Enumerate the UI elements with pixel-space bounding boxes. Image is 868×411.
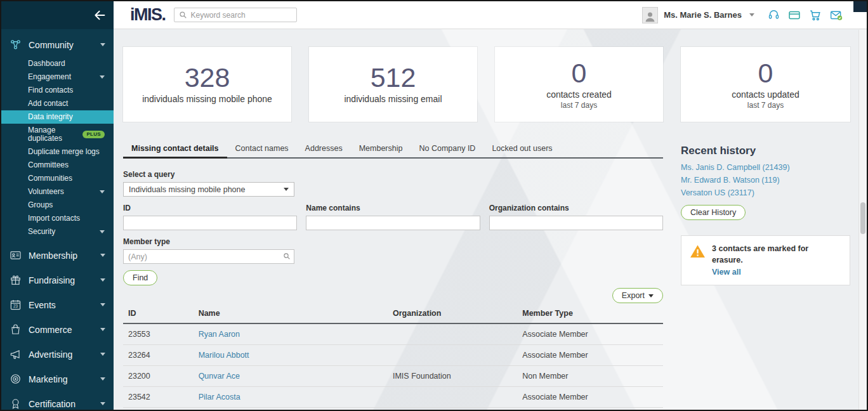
chevron-down-icon xyxy=(648,294,654,297)
stat-cards: 328 individuals missing mobile phone 512… xyxy=(123,47,663,122)
card-icon[interactable] xyxy=(788,9,801,22)
contact-link[interactable]: Marilou Abbott xyxy=(199,351,249,360)
recent-history-title: Recent history xyxy=(681,145,850,157)
sidebar-item-advertising[interactable]: Advertising xyxy=(1,342,114,367)
table-header-row: ID Name Organization Member Type xyxy=(123,304,663,323)
chevron-down-icon xyxy=(284,188,289,191)
sidebar-item-manage-duplicates[interactable]: Manage duplicatesPLUS xyxy=(1,124,114,145)
support-icon[interactable] xyxy=(768,9,780,21)
column-header-name[interactable]: Name xyxy=(194,304,388,323)
cell-organization xyxy=(388,345,517,366)
cell-member-type: Associate Member xyxy=(517,323,663,345)
sidebar-item-import-contacts[interactable]: Import contacts xyxy=(1,212,114,225)
sidebar-item-communities[interactable]: Communities xyxy=(1,172,114,185)
history-link[interactable]: Ms. Janis D. Campbell (21439) xyxy=(681,164,850,172)
column-header-id[interactable]: ID xyxy=(123,304,194,323)
clear-history-button[interactable]: Clear History xyxy=(681,205,746,220)
contact-link[interactable]: Ryan Aaron xyxy=(199,330,240,339)
column-header-member-type[interactable]: Member Type xyxy=(517,304,663,323)
member-type-label: Member type xyxy=(123,237,663,246)
id-input[interactable] xyxy=(123,216,297,230)
sidebar-item-label: Committees xyxy=(28,161,69,169)
chevron-down-icon xyxy=(100,377,105,381)
view-all-link[interactable]: View all xyxy=(712,268,741,277)
erasure-message: 3 contacts are marked for erasure. xyxy=(712,244,841,266)
member-type-field: Member type xyxy=(123,237,663,264)
topbar: iMIS. Ms. Marie S. Barnes xyxy=(114,1,867,29)
member-type-input[interactable] xyxy=(123,249,294,264)
content: 328 individuals missing mobile phone 512… xyxy=(114,29,867,410)
sidebar-item-certification[interactable]: Certification xyxy=(1,391,114,410)
sidebar-item-fundraising[interactable]: Fundraising xyxy=(1,268,114,292)
stat-card-contacts-created: 0 contacts created last 7 days xyxy=(495,47,663,122)
table-row: 23417 Alexandra R. Allan, DDS Non Member xyxy=(123,408,663,410)
query-select-value: Individuals missing mobile phone xyxy=(129,185,245,194)
scrollbar-thumb[interactable] xyxy=(860,202,865,234)
sidebar-item-dashboard[interactable]: Dashboard xyxy=(1,57,114,70)
sidebar-item-duplicate-merge-logs[interactable]: Duplicate merge logs xyxy=(1,145,114,159)
sidebar-item-security[interactable]: Security xyxy=(1,225,114,238)
name-contains-input[interactable] xyxy=(306,216,480,230)
export-label: Export xyxy=(622,291,645,300)
sidebar-item-label: Communities xyxy=(28,174,72,183)
export-button[interactable]: Export xyxy=(612,288,663,303)
cell-member-type: Non Member xyxy=(517,366,663,387)
sidebar-item-label: Fundraising xyxy=(29,275,75,285)
sidebar-item-marketing[interactable]: Marketing xyxy=(1,367,114,391)
column-header-organization[interactable]: Organization xyxy=(388,304,517,323)
avatar[interactable] xyxy=(642,7,658,23)
stat-value: 512 xyxy=(371,63,416,92)
stat-value: 328 xyxy=(185,63,230,92)
cell-organization xyxy=(388,408,517,410)
query-select[interactable]: Individuals missing mobile phone xyxy=(123,182,294,197)
chevron-down-icon xyxy=(749,13,754,16)
erasure-alert: 3 contacts are marked for erasure. View … xyxy=(681,235,850,285)
sidebar-item-commerce[interactable]: Commerce xyxy=(1,317,114,342)
organization-contains-input[interactable] xyxy=(489,216,663,230)
history-link[interactable]: Versaton US (23117) xyxy=(681,189,850,197)
community-icon xyxy=(10,39,22,51)
content-left: 328 individuals missing mobile phone 512… xyxy=(123,47,663,410)
tab-no-company-id[interactable]: No Company ID xyxy=(411,143,483,157)
chevron-down-icon xyxy=(100,278,105,282)
history-link[interactable]: Mr. Edward B. Watson (119) xyxy=(681,176,850,185)
mail-icon[interactable] xyxy=(830,9,843,22)
sidebar-item-engagement[interactable]: Engagement xyxy=(1,70,114,84)
cart-icon[interactable] xyxy=(809,9,822,22)
tab-contact-names[interactable]: Contact names xyxy=(227,143,297,157)
sidebar-item-label: Add contact xyxy=(28,100,68,108)
chevron-down-icon xyxy=(100,75,105,79)
sidebar-item-find-contacts[interactable]: Find contacts xyxy=(1,84,114,97)
chevron-down-icon xyxy=(100,353,105,356)
tab-missing-contact-details[interactable]: Missing contact details xyxy=(123,143,227,157)
sidebar-nav: Community Dashboard Engagement Find cont… xyxy=(1,29,114,410)
cell-organization: IMIS Foundation xyxy=(388,366,517,387)
stat-value: 0 xyxy=(758,59,773,88)
commerce-icon xyxy=(10,323,22,336)
tab-membership[interactable]: Membership xyxy=(351,143,411,157)
cell-member-type: Associate Member xyxy=(517,387,663,408)
sidebar: Community Dashboard Engagement Find cont… xyxy=(1,1,114,410)
back-arrow-icon[interactable] xyxy=(93,9,106,22)
lookup-search-icon[interactable] xyxy=(283,252,291,260)
cell-organization xyxy=(388,323,517,345)
keyword-search-input[interactable] xyxy=(191,11,292,20)
tab-addresses[interactable]: Addresses xyxy=(297,143,351,157)
tab-locked-out-users[interactable]: Locked out users xyxy=(483,143,560,157)
sidebar-item-volunteers[interactable]: Volunteers xyxy=(1,185,114,199)
sidebar-item-add-contact[interactable]: Add contact xyxy=(1,97,114,110)
sidebar-item-data-integrity[interactable]: Data integrity xyxy=(1,110,114,124)
sidebar-item-community[interactable]: Community xyxy=(1,32,114,57)
sidebar-item-membership[interactable]: Membership xyxy=(1,243,114,268)
contact-link[interactable]: Pilar Acosta xyxy=(199,393,240,401)
organization-contains-label: Organization contains xyxy=(489,204,663,212)
sidebar-item-events[interactable]: 23 Events xyxy=(1,292,114,317)
sidebar-item-committees[interactable]: Committees xyxy=(1,159,114,172)
recent-history-list: Ms. Janis D. Campbell (21439) Mr. Edward… xyxy=(681,164,850,197)
sidebar-item-groups[interactable]: Groups xyxy=(1,199,114,212)
user-menu[interactable]: Ms. Marie S. Barnes xyxy=(664,10,742,20)
contact-link[interactable]: Qunvar Ace xyxy=(199,372,240,381)
find-button[interactable]: Find xyxy=(123,270,157,285)
vertical-scrollbar[interactable] xyxy=(858,30,867,410)
chevron-down-icon xyxy=(100,190,105,193)
